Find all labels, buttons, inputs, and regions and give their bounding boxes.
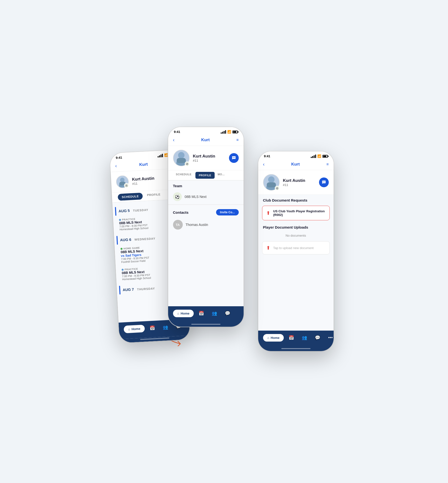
- dot-homegame: [120, 248, 122, 250]
- tab-profile-left[interactable]: PROFILE: [143, 190, 164, 201]
- divider-1: [168, 204, 244, 205]
- avatar-wrap-left: ⚽: [116, 175, 129, 188]
- date-bar: [115, 207, 116, 216]
- avatar-wrap-right: ⚽: [263, 174, 280, 191]
- player-name-center: Kurt Austin: [193, 154, 215, 159]
- page-title-left: Kurt: [117, 161, 170, 168]
- home-indicator-left: [140, 337, 169, 340]
- upload-icon-red: ⬆: [266, 210, 270, 216]
- player-info-center: Kurt Austin #11: [193, 154, 215, 162]
- svg-point-15: [323, 182, 323, 182]
- svg-point-9: [233, 157, 234, 158]
- time-left: 9:41: [116, 156, 122, 159]
- tab-schedule-left[interactable]: SCHEDULE: [118, 193, 143, 201]
- calendar-icon-center[interactable]: 📅: [196, 309, 207, 318]
- profile-section-center: ⚽ Kurt Austin #11: [168, 146, 244, 170]
- calendar-icon-right[interactable]: 📅: [286, 333, 297, 342]
- svg-rect-7: [177, 158, 186, 163]
- signal-icon-center: [221, 130, 226, 134]
- back-button-right[interactable]: ‹: [263, 161, 265, 167]
- team-name: 08B MLS Next: [185, 195, 207, 199]
- bottom-nav-center: ⌂ Home 📅 👥 💬: [168, 306, 244, 323]
- home-button-left[interactable]: ⌂ Home: [123, 325, 145, 333]
- battery-icon-right: [322, 155, 328, 158]
- team-badge: ⚽: [173, 192, 182, 201]
- svg-point-16: [323, 182, 324, 182]
- dot-practice1: [119, 219, 121, 221]
- contacts-header: Contacts Invite Co...: [168, 206, 244, 217]
- player-info-right: Kurt Austin #11: [283, 178, 305, 187]
- wifi-icon-right: 📶: [317, 154, 321, 158]
- more-icon-right[interactable]: •••: [325, 333, 333, 342]
- team-icon-left[interactable]: 👥: [159, 322, 171, 332]
- invite-button[interactable]: Invite Co...: [216, 209, 239, 215]
- home-button-right[interactable]: ⌂ Home: [263, 334, 284, 342]
- page-title-center: Kurt: [174, 138, 236, 142]
- badge-right: ⚽: [275, 186, 280, 191]
- svg-point-10: [234, 157, 235, 158]
- svg-point-12: [268, 176, 274, 183]
- wifi-icon: 📶: [164, 153, 168, 157]
- chat-button-center[interactable]: [229, 153, 239, 163]
- phone-documents: 9:41 📶 ‹ Kurt ≡: [258, 151, 334, 351]
- back-button-center[interactable]: ‹: [173, 137, 175, 143]
- player-docs-label: Player Document Uploads: [258, 222, 334, 231]
- contact-item: TA Thomas Austin: [168, 217, 244, 232]
- date-aug5: AUG 5 TUESDAY: [118, 207, 148, 213]
- badge-center: ⚽: [185, 161, 190, 166]
- home-icon-left: ⌂: [128, 327, 130, 331]
- filter-icon-right[interactable]: ≡: [326, 162, 329, 167]
- profile-section-right: ⚽ Kurt Austin #11: [258, 170, 334, 195]
- chat-icon-nav-right[interactable]: 💬: [312, 333, 323, 342]
- status-bar-center: 9:41 📶: [168, 127, 244, 135]
- team-icon-center[interactable]: 👥: [209, 309, 220, 318]
- upload-card[interactable]: ⬆ Tap to upload new document: [262, 241, 330, 254]
- svg-point-17: [324, 182, 325, 182]
- date-bar-3: [119, 286, 120, 295]
- team-section: Team ⚽ 08B MLS Next: [168, 180, 244, 204]
- contacts-section: Contacts Invite Co... TA Thomas Austin: [168, 206, 244, 232]
- calendar-icon-left[interactable]: 📅: [146, 323, 158, 333]
- tab-profile-center[interactable]: PROFILE: [195, 172, 215, 179]
- player-number-right: #11: [283, 183, 305, 187]
- home-button-center[interactable]: ⌂ Home: [173, 310, 194, 317]
- nav-header-right: ‹ Kurt ≡: [258, 159, 334, 170]
- home-indicator-right: [281, 348, 311, 349]
- no-docs-label: No documents: [258, 231, 334, 240]
- team-item: ⚽ 08B MLS Next: [168, 190, 244, 204]
- tabs-center: SCHEDULE PROFILE MO...: [168, 170, 244, 180]
- team-label: Team: [168, 180, 244, 190]
- signal-icon: [157, 154, 163, 157]
- bottom-nav-right: ⌂ Home 📅 👥 💬 •••: [258, 331, 334, 347]
- tab-more-center[interactable]: MO...: [216, 170, 227, 180]
- time-center: 9:41: [174, 130, 180, 134]
- filter-icon-center[interactable]: ≡: [236, 138, 238, 142]
- home-indicator-center: [191, 324, 220, 325]
- contact-name: Thomas Austin: [186, 223, 208, 227]
- upload-icon-card: ⬆: [266, 245, 270, 251]
- svg-rect-14: [267, 182, 276, 187]
- date-bar-2: [116, 236, 118, 245]
- contact-avatar: TA: [173, 220, 183, 230]
- status-bar-right: 9:41 📶: [258, 151, 334, 159]
- battery-icon-center: [232, 130, 238, 133]
- svg-point-8: [233, 157, 233, 158]
- club-docs-label: Club Document Requests: [258, 195, 334, 204]
- avatar-wrap-center: ⚽: [173, 150, 190, 166]
- svg-point-5: [178, 152, 184, 158]
- team-icon-right[interactable]: 👥: [299, 333, 310, 342]
- chat-icon-center: [231, 156, 236, 160]
- signal-icon-right: [311, 155, 316, 158]
- home-icon-center: ⌂: [177, 312, 179, 315]
- player-info-left: Kurt Austin #11: [132, 176, 155, 186]
- documents-content: Club Document Requests ⬆ US Club Youth P…: [258, 195, 334, 331]
- chat-button-right[interactable]: [319, 177, 329, 187]
- chat-icon-nav-center[interactable]: 💬: [222, 309, 233, 318]
- home-icon-right: ⌂: [267, 336, 269, 340]
- doc-request-card[interactable]: ⬆ US Club Youth Player Registration (R00…: [262, 206, 330, 220]
- player-name-right: Kurt Austin: [283, 178, 305, 183]
- player-docs-section: Player Document Uploads No documents ⬆ T…: [258, 222, 334, 254]
- club-docs-section: Club Document Requests ⬆ US Club Youth P…: [258, 195, 334, 220]
- tab-schedule-center[interactable]: SCHEDULE: [173, 170, 195, 180]
- profile-content: Team ⚽ 08B MLS Next Contacts Invite Co..…: [168, 180, 244, 306]
